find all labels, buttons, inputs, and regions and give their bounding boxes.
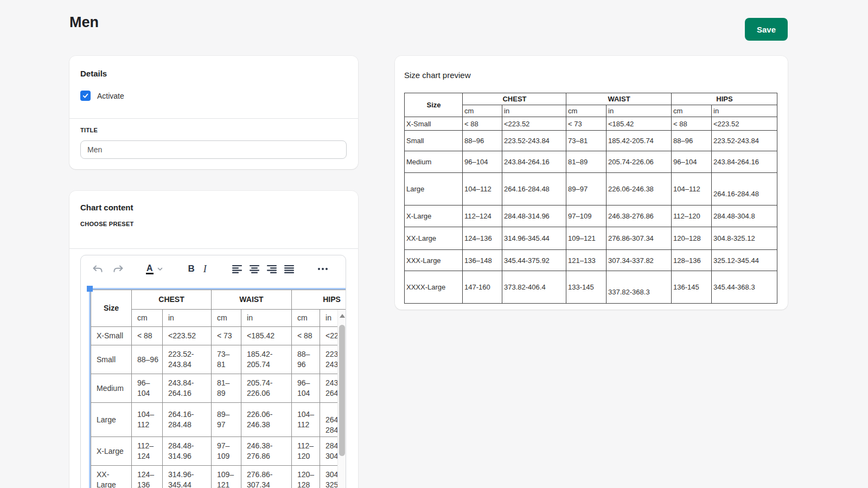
table-cell: 96–104 <box>672 151 712 173</box>
redo-icon[interactable] <box>109 260 127 278</box>
align-center-icon[interactable] <box>246 260 263 278</box>
editor-scrollbar[interactable] <box>337 310 346 488</box>
scrollbar-thumb[interactable] <box>339 325 345 456</box>
table-cell: 226.06-246.38 <box>607 173 672 206</box>
table-cell[interactable]: 104–112 <box>132 403 163 437</box>
size-label-cell: XXX-Large <box>405 250 463 271</box>
size-table: SizeCHESTWAISTHIPScmincmincminX-Small< 8… <box>404 93 777 304</box>
size-label-cell[interactable]: Large <box>91 403 132 437</box>
table-cell[interactable]: 96–104 <box>132 374 163 403</box>
table-cell[interactable]: 81–89 <box>212 374 241 403</box>
table-cell: 284.48-304.8 <box>712 206 777 227</box>
title-input[interactable] <box>80 140 347 159</box>
table-cell[interactable]: < 88 <box>132 327 163 345</box>
measure-group-header[interactable]: CHEST <box>132 290 212 310</box>
table-cell: 246.38-276.86 <box>607 206 672 227</box>
undo-icon[interactable] <box>88 260 107 278</box>
measure-group-header[interactable]: WAIST <box>212 290 292 310</box>
table-cell[interactable]: 314.96-345.44 <box>163 466 212 488</box>
scroll-up-icon[interactable] <box>340 314 345 318</box>
unit-header[interactable]: cm <box>292 310 320 327</box>
table-cell: 223.52-243.84 <box>502 131 566 151</box>
table-cell[interactable]: 124–136 <box>132 466 163 488</box>
measure-group-header[interactable]: HIPS <box>292 290 346 310</box>
bold-button[interactable]: B <box>185 260 198 278</box>
table-cell: 109–121 <box>566 227 607 250</box>
size-chart-preview-card: Size chart preview SizeCHESTWAISTHIPScmi… <box>395 56 788 310</box>
align-left-icon[interactable] <box>228 260 246 278</box>
table-cell[interactable]: 97–109 <box>212 437 241 466</box>
table-cell: < 73 <box>566 117 607 131</box>
more-options-icon[interactable] <box>314 260 331 278</box>
table-cell[interactable]: 89–97 <box>212 403 241 437</box>
size-label-cell[interactable]: X-Small <box>91 327 132 345</box>
table-cell[interactable]: 284.48-314.96 <box>163 437 212 466</box>
table-cell[interactable]: 104–112 <box>292 403 320 437</box>
table-row: Medium96–104243.84-264.1681–89205.74-226… <box>91 374 347 403</box>
size-table[interactable]: SizeCHESTWAISTHIPScmincmincminX-Small< 8… <box>91 290 346 488</box>
table-cell[interactable]: 96–104 <box>292 374 320 403</box>
size-label-cell[interactable]: Small <box>91 345 132 374</box>
text-color-letter: A <box>146 264 154 274</box>
activate-checkbox-row[interactable]: Activate <box>80 91 124 101</box>
table-cell[interactable]: 112–124 <box>132 437 163 466</box>
table-cell: 243.84-264.16 <box>712 151 777 173</box>
table-selection-line-left <box>89 288 91 488</box>
unit-header[interactable]: cm <box>212 310 241 327</box>
italic-button[interactable]: I <box>200 260 210 278</box>
table-row: X-Large112–124284.48-314.9697–109246.38-… <box>405 206 777 227</box>
table-cell[interactable]: 120–128 <box>292 466 320 488</box>
table-selection-handle[interactable] <box>87 286 93 292</box>
save-button[interactable]: Save <box>745 18 788 41</box>
table-cell: 136-145 <box>672 271 712 304</box>
editor-content-area[interactable]: SizeCHESTWAISTHIPScmincmincminX-Small< 8… <box>81 282 346 488</box>
measure-group-header: HIPS <box>672 93 777 105</box>
table-cell[interactable]: 223.52-243.84 <box>163 345 212 374</box>
table-cell: 89–97 <box>566 173 607 206</box>
table-cell: 185.42-205.74 <box>607 131 672 151</box>
justify-icon[interactable] <box>280 260 298 278</box>
table-cell[interactable]: 88–96 <box>132 345 163 374</box>
table-cell[interactable]: 109–121 <box>212 466 241 488</box>
unit-header: in <box>712 105 777 117</box>
table-row: Small88–96223.52-243.8473–81185.42-205.7… <box>91 345 347 374</box>
table-row: Small88–96223.52-243.8473–81185.42-205.7… <box>405 131 777 151</box>
table-cell[interactable]: < 73 <box>212 327 241 345</box>
table-cell[interactable]: 112–120 <box>292 437 320 466</box>
text-color-button[interactable]: A <box>143 260 167 278</box>
table-cell[interactable]: 276.86-307.34 <box>241 466 292 488</box>
choose-preset-label[interactable]: CHOOSE PRESET <box>80 221 134 227</box>
unit-header: cm <box>463 105 502 117</box>
table-cell[interactable]: < 88 <box>292 327 320 345</box>
table-cell[interactable]: 73–81 <box>212 345 241 374</box>
size-label-cell[interactable]: Medium <box>91 374 132 403</box>
table-cell: 314.96-345.44 <box>502 227 566 250</box>
table-cell[interactable]: 185.42-205.74 <box>241 345 292 374</box>
size-column-header: Size <box>405 93 463 117</box>
rich-text-editor: A B I <box>80 255 346 488</box>
size-label-cell[interactable]: XX-Large <box>91 466 132 488</box>
table-cell[interactable]: 205.74-226.06 <box>241 374 292 403</box>
table-cell[interactable]: 243.84-264.16 <box>163 374 212 403</box>
unit-header[interactable]: cm <box>132 310 163 327</box>
table-cell: 337.82-368.3 <box>607 271 672 304</box>
table-cell[interactable]: <185.42 <box>241 327 292 345</box>
unit-header[interactable]: in <box>163 310 212 327</box>
table-cell[interactable]: <223.52 <box>163 327 212 345</box>
activate-checkbox[interactable] <box>80 91 91 101</box>
editor-table-selection: SizeCHESTWAISTHIPScmincmincminX-Small< 8… <box>91 290 346 488</box>
chart-content-card: Chart content CHOOSE PRESET A <box>69 191 358 488</box>
table-cell: 307.34-337.82 <box>607 250 672 271</box>
unit-header[interactable]: in <box>241 310 292 327</box>
table-cell[interactable]: 226.06-246.38 <box>241 403 292 437</box>
size-label-cell[interactable]: X-Large <box>91 437 132 466</box>
align-right-icon[interactable] <box>263 260 280 278</box>
chevron-down-icon <box>157 266 163 272</box>
preview-table-wrap: SizeCHESTWAISTHIPScmincmincminX-Small< 8… <box>404 93 777 304</box>
italic-letter: I <box>203 264 207 275</box>
size-label-cell: Large <box>405 173 463 206</box>
table-cell[interactable]: 264.16-284.48 <box>163 403 212 437</box>
table-cell[interactable]: 246.38-276.86 <box>241 437 292 466</box>
size-column-header[interactable]: Size <box>91 290 132 327</box>
table-cell[interactable]: 88–96 <box>292 345 320 374</box>
